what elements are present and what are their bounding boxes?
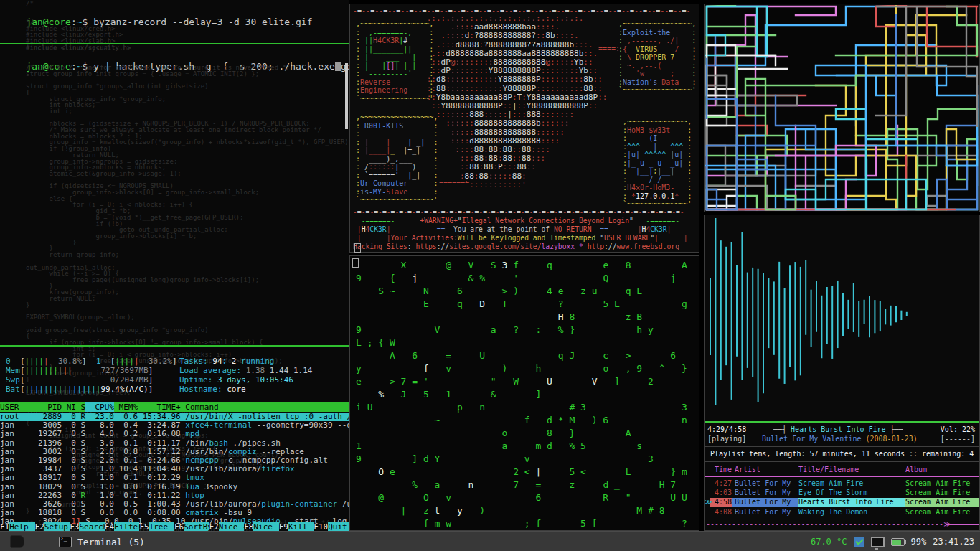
playlist-row-selected[interactable]: ≫4:58Bullet For MyHearts Burst Into Fire… xyxy=(705,498,979,507)
htop-process-row[interactable]: jan 18818 0 S 0.0 0.0 0:08.00 cmatrix -b… xyxy=(0,509,349,517)
battery-percentage: 99% xyxy=(911,537,927,547)
playlist-row[interactable]: 4:03Bullet For MyEye Of The StormScream … xyxy=(705,489,979,498)
tmux-pane-border-2[interactable] xyxy=(0,345,349,347)
display-icon[interactable] xyxy=(871,537,885,547)
player-state: [playing] xyxy=(707,435,746,443)
pipes-canvas xyxy=(705,5,979,211)
launcher-icon[interactable] xyxy=(10,535,24,548)
art-warning-banner: -=-=-=-=-=-=-=-=-=-=-=-=-=-=-=-=-=-=-=-=… xyxy=(353,208,688,251)
temperature-indicator: 67.0 °C xyxy=(811,537,847,547)
player-divider-2 xyxy=(705,461,979,462)
audio-visualizer xyxy=(706,217,978,420)
cmatrix-window[interactable]: X @ V S 3 f q e 8 A 9 { j & % ' Q j S ~ … xyxy=(349,255,699,531)
playlist-end-solid xyxy=(946,524,979,525)
taskbar-window-button[interactable]: Terminal (5) xyxy=(52,534,152,550)
playlist-row[interactable]: 4:08Bullet For MyWaking The DemonScream … xyxy=(705,508,979,517)
player-divider-1 xyxy=(705,446,979,447)
track-elapsed-time: 4:29/4:58 xyxy=(707,425,746,433)
art-box-h4x0r-home: ,~~~~~~~~~~~~~~, :HoM3-$w33t : : (I : :^… xyxy=(623,118,692,209)
terminal-window-left[interactable]: /* jan@core:~$ byzanz-record --delay=3 -… xyxy=(0,0,349,531)
art-skull: .:.:.:.:.:.:.:.:.:.:.:.:.:.:.:.:. .::::a… xyxy=(422,14,607,189)
track-artist-date: Bullet For My Valentine (2008-01-23) xyxy=(762,435,918,443)
ascii-art-window[interactable]: -=--=--=--=--=--=--=--=--=--=--=--=--=--… xyxy=(349,4,699,253)
htop-process-row[interactable]: jan 3002 0 S 2.0 0.8 1:57.12 /usr/bin/co… xyxy=(0,448,349,456)
updates-icon[interactable] xyxy=(854,537,864,547)
art-connector-right: ====: xyxy=(598,44,620,52)
matrix-rain: X @ V S 3 f q e 8 A 9 { j & % ' Q j S ~ … xyxy=(356,259,693,530)
htop-process-row[interactable]: jan 19267 0 S 4.0 0.2 0:16.08 mpd xyxy=(0,430,349,438)
art-terminal-cursor xyxy=(354,243,361,253)
htop-process-list[interactable]: root 2889 0 R 23.0 0.6 15:34.96 /usr/bin… xyxy=(0,413,349,526)
volume-bar[interactable]: [------] xyxy=(941,435,975,443)
htop-process-row[interactable]: jan 19984 0 S 2.0 0.1 0:24.66 ncmpcpp -c… xyxy=(0,456,349,465)
battery-icon[interactable] xyxy=(891,538,905,546)
pipes-window[interactable] xyxy=(704,4,980,212)
htop-process-row[interactable]: jan 21396 0 S 3.0 0.1 0:11.17 /bin/bash … xyxy=(0,439,349,448)
playlist-row[interactable]: 4:27Bullet For MyScream Aim FireScream A… xyxy=(705,479,979,489)
track-title: ──┤ Hearts Burst Into Fire ├── xyxy=(773,425,903,433)
track-progress-bar[interactable] xyxy=(705,421,979,423)
htop-meters: 0 [||||| 30.8%] 1 [||||| 30.2%] Mem[||||… xyxy=(6,357,177,394)
clock[interactable]: 23:41.23 xyxy=(933,537,974,547)
htop-process-row[interactable]: jan 3626 0 S 0.0 0.5 1:00.43 /usr/lib/au… xyxy=(0,500,349,509)
playlist-info: Playlist tems, length: 57 minutes, 11 se… xyxy=(710,450,974,458)
playlist-header-underline xyxy=(705,476,979,477)
htop-process-row[interactable]: jan 22263 0 R 1.0 0.1 0:11.22 htop xyxy=(0,491,349,500)
htop-process-row[interactable]: jan 3005 0 S 8.0 0.4 3:24.87 xfce4-termi… xyxy=(0,421,349,430)
taskbar[interactable]: Terminal (5) 67.0 °C 99% 23:41.23 xyxy=(0,531,980,551)
htop-pane[interactable]: 0 [||||| 30.8%] 1 [||||| 30.2%] Mem[||||… xyxy=(0,357,349,531)
htop-process-row[interactable]: jan 18917 0 S 1.0 0.1 0:12.29 tmux xyxy=(0,474,349,482)
htop-process-row[interactable]: jan 18029 0 S 1.0 0.0 0:16.19 lua 3spook… xyxy=(0,483,349,491)
htop-process-row[interactable]: root 2889 0 R 23.0 0.6 15:34.96 /usr/bin… xyxy=(0,413,349,421)
htop-table-header[interactable]: USER PID NI S CPU% MEM% TIME+ Command xyxy=(0,402,349,412)
art-connector-left: ======= xyxy=(439,179,469,187)
playlist-end-line: ----------------------------------------… xyxy=(706,520,951,528)
art-box-rootkits: ,~~~~~~~~~~~~~~~~~, : R00T-KITS : : ____… xyxy=(356,113,438,204)
ncmpcpp-window[interactable]: 4:29/4:58 ──┤ Hearts Burst Into Fire ├──… xyxy=(704,215,980,531)
volume-indicator[interactable]: Vol: 22% xyxy=(941,425,975,433)
art-box-virus-dropper: ,~~~~~~~~~~~~~~~~, :Exploit-the : : ,---… xyxy=(618,20,696,95)
htop-process-row[interactable]: jan 3437 0 S 1.0 10.4 11:04.40 /usr/lib/… xyxy=(0,465,349,474)
terminal-scrollbar[interactable] xyxy=(345,63,348,129)
system-tray[interactable]: 67.0 °C 99% 23:41.23 xyxy=(811,532,974,551)
htop-summary: Tasks: 94; 2 running Load average: 1.38 … xyxy=(179,357,312,394)
taskbar-window-label: Terminal (5) xyxy=(77,537,145,547)
terminal-icon xyxy=(59,537,72,547)
